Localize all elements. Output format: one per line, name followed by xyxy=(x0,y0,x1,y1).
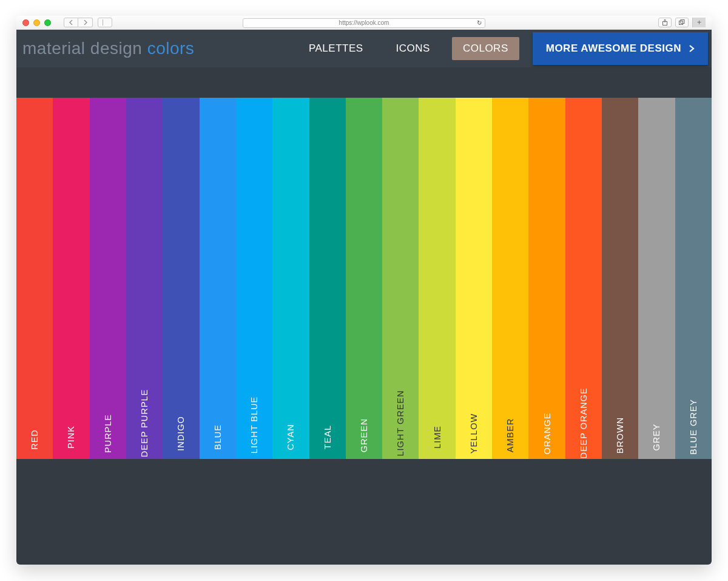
url-bar[interactable]: https://wplook.com ↻ xyxy=(243,18,485,28)
right-chrome-controls: + xyxy=(655,18,706,27)
swatch-brown[interactable]: BROWN xyxy=(602,98,638,459)
browser-window: https://wplook.com ↻ + material des xyxy=(16,16,712,565)
swatch-label: CYAN xyxy=(286,424,295,450)
back-button[interactable] xyxy=(64,18,78,27)
cta-label: MORE AWESOME DESIGN xyxy=(546,42,681,55)
sidebar-toggle-button[interactable] xyxy=(98,18,112,27)
swatch-light-green[interactable]: LIGHT GREEN xyxy=(382,98,419,459)
page-header: material design colors PALETTES ICONS CO… xyxy=(16,30,712,67)
swatch-label: GREEN xyxy=(359,418,369,453)
brand-title[interactable]: material design colors xyxy=(22,39,194,58)
swatch-grey[interactable]: GREY xyxy=(638,98,675,459)
reload-button[interactable]: ↻ xyxy=(477,19,482,27)
close-window-button[interactable] xyxy=(22,19,29,26)
share-icon xyxy=(662,19,668,25)
swatch-label: DEEP PURPLE xyxy=(140,389,149,457)
brand-prefix: material design xyxy=(22,39,147,58)
swatch-label: PINK xyxy=(66,426,76,449)
swatch-teal[interactable]: TEAL xyxy=(309,98,346,459)
brand-suffix: colors xyxy=(147,39,195,58)
header-gap xyxy=(16,67,712,98)
new-tab-button[interactable]: + xyxy=(692,18,706,27)
swatch-cyan[interactable]: CYAN xyxy=(272,98,309,459)
swatch-orange[interactable]: ORANGE xyxy=(528,98,565,459)
swatch-label: AMBER xyxy=(505,418,515,453)
swatch-label: BROWN xyxy=(615,417,625,454)
swatch-green[interactable]: GREEN xyxy=(346,98,382,459)
swatch-label: INDIGO xyxy=(176,416,186,451)
cta-button[interactable]: MORE AWESOME DESIGN xyxy=(533,32,708,65)
chevron-left-icon xyxy=(69,20,73,25)
share-button[interactable] xyxy=(658,18,672,27)
swatch-label: RED xyxy=(30,429,39,450)
swatch-amber[interactable]: AMBER xyxy=(492,98,528,459)
url-text: https://wplook.com xyxy=(339,19,389,26)
swatch-row: REDPINKPURPLEDEEP PURPLEINDIGOBLUELIGHT … xyxy=(16,98,712,459)
swatch-blue-grey[interactable]: BLUE GREY xyxy=(675,98,712,459)
swatch-label: LIME xyxy=(433,426,442,449)
swatch-blue[interactable]: BLUE xyxy=(200,98,236,459)
swatch-purple[interactable]: PURPLE xyxy=(90,98,126,459)
swatch-indigo[interactable]: INDIGO xyxy=(163,98,199,459)
main-nav: PALETTES ICONS COLORS xyxy=(298,37,519,60)
swatch-deep-purple[interactable]: DEEP PURPLE xyxy=(126,98,163,459)
nav-group xyxy=(64,18,93,27)
swatch-label: PURPLE xyxy=(103,414,113,453)
minimize-window-button[interactable] xyxy=(33,19,40,26)
swatch-label: GREY xyxy=(652,424,661,451)
swatch-label: ORANGE xyxy=(542,412,552,454)
swatch-lime[interactable]: LIME xyxy=(419,98,455,459)
browser-chrome-bar: https://wplook.com ↻ + xyxy=(16,16,712,30)
window-controls xyxy=(22,19,55,26)
swatch-deep-orange[interactable]: DEEP ORANGE xyxy=(565,98,602,459)
swatch-label: TEAL xyxy=(323,425,332,449)
forward-button[interactable] xyxy=(78,18,93,27)
swatch-label: LIGHT GREEN xyxy=(396,390,405,456)
swatch-label: BLUE GREY xyxy=(689,399,698,455)
swatch-red[interactable]: RED xyxy=(16,98,53,459)
nav-icons[interactable]: ICONS xyxy=(385,37,441,60)
tabs-button[interactable] xyxy=(675,18,689,27)
swatch-label: BLUE xyxy=(213,424,223,450)
swatch-label: YELLOW xyxy=(469,413,479,453)
tabs-icon xyxy=(679,19,685,25)
chevron-right-icon xyxy=(689,44,695,53)
chevron-right-icon xyxy=(84,20,87,25)
maximize-window-button[interactable] xyxy=(44,19,51,26)
swatch-label: DEEP ORANGE xyxy=(579,387,588,458)
page-body: material design colors PALETTES ICONS CO… xyxy=(16,30,712,565)
nav-palettes[interactable]: PALETTES xyxy=(298,37,374,60)
nav-colors[interactable]: COLORS xyxy=(452,37,519,60)
swatch-yellow[interactable]: YELLOW xyxy=(456,98,492,459)
swatch-label: LIGHT BLUE xyxy=(249,396,259,454)
swatch-pink[interactable]: PINK xyxy=(53,98,89,459)
swatch-light-blue[interactable]: LIGHT BLUE xyxy=(236,98,272,459)
